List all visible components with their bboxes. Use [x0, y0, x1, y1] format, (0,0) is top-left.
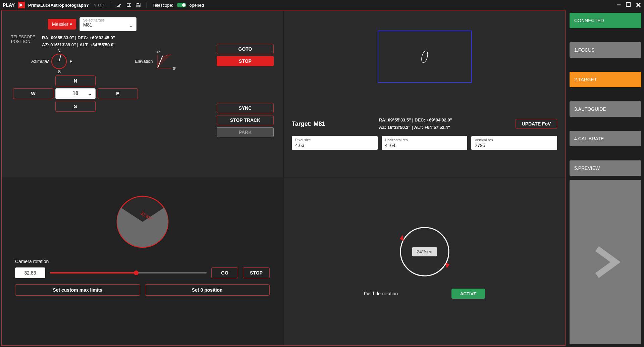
sidebar-item-focus[interactable]: 1.FOCUS	[570, 42, 641, 58]
play-label: PLAY	[3, 2, 15, 8]
pixel-size-field[interactable]: Pixel size 4.63	[292, 136, 378, 150]
rotation-panel: 32.83° Camera rotation 32.83 GO STOP Set…	[2, 178, 283, 345]
slew-rate-select[interactable]: 10⌄	[55, 88, 96, 99]
rotation-stop-button[interactable]: STOP	[243, 267, 270, 278]
telescope-coords: RA: 09°55'33.0'' | DEC: +69°03'45.0'' AZ…	[42, 35, 115, 49]
derotation-panel: 24"/sec Field de-rotation ACTIVE	[284, 178, 565, 345]
rotation-go-button[interactable]: GO	[211, 267, 238, 278]
sidebar-item-autoguide[interactable]: 3.AUTOGUIDE	[570, 101, 641, 117]
target-name: Target: M81	[292, 120, 325, 128]
elevation-gauge: 90° 0°	[156, 53, 173, 70]
svg-marker-11	[445, 262, 449, 268]
goto-button[interactable]: GOTO	[217, 44, 274, 54]
azimuth-gauge: N S E W	[50, 53, 68, 70]
azimuth-label: Azimuth	[31, 59, 47, 64]
slew-south-button[interactable]: S	[55, 101, 96, 112]
target-coords: RA: 09°55'33.5'' | DEC: +69°04'02.0'' AZ…	[379, 116, 509, 131]
update-fov-button[interactable]: UPDATE FoV	[516, 119, 557, 129]
target-value: M81	[83, 22, 127, 28]
sidebar-next-button[interactable]	[570, 180, 641, 344]
svg-rect-2	[137, 5, 140, 7]
main-quad: Messier ▾ Select target M81 ⌄ GOTO STOP …	[1, 10, 566, 346]
slew-west-button[interactable]: W	[13, 88, 53, 99]
sidebar-item-calibrate[interactable]: 4.CALIBRATE	[570, 131, 641, 146]
sidebar-item-target[interactable]: 2.TARGET	[570, 72, 641, 87]
telescope-toggle[interactable]	[177, 3, 186, 7]
telescope-panel: Messier ▾ Select target M81 ⌄ GOTO STOP …	[2, 10, 283, 178]
stop-button[interactable]: STOP	[217, 56, 274, 66]
position-label: TELESCOPE	[11, 35, 35, 39]
elevation-label: Elevation	[135, 59, 153, 64]
svg-rect-3	[626, 2, 630, 6]
chevron-right-icon	[587, 242, 624, 282]
sidebar: CONNECTED 1.FOCUS 2.TARGET 3.AUTOGUIDE 4…	[567, 10, 644, 347]
horizontal-res-field[interactable]: Horizontal res. 4164	[382, 136, 468, 150]
target-select[interactable]: Select target M81 ⌄	[79, 17, 137, 31]
chevron-down-icon: ⌄	[88, 90, 92, 97]
fov-preview	[378, 31, 472, 83]
maximize-icon[interactable]	[626, 2, 631, 9]
target-panel: Target: M81 RA: 09°55'33.5'' | DEC: +69°…	[284, 10, 565, 178]
connected-status[interactable]: CONNECTED	[570, 13, 641, 28]
target-placeholder: Select target	[83, 18, 127, 22]
telescope-status: opened	[190, 3, 204, 8]
app-logo-icon	[18, 2, 25, 8]
rotation-input[interactable]: 32.83	[15, 267, 45, 278]
topbar: PLAY PrimaLuceAstrophotographY v 1.6.0 T…	[0, 0, 644, 10]
set-limits-button[interactable]: Set custom max limits	[15, 284, 140, 296]
derotation-label: Field de-rotation	[364, 291, 398, 296]
settings-sliders-icon[interactable]	[126, 2, 132, 8]
svg-rect-1	[137, 3, 139, 4]
derotation-speed: 24"/sec	[412, 247, 437, 256]
app-name: PrimaLuceAstrophotographY	[28, 3, 89, 8]
sidebar-item-preview[interactable]: 5.PREVIEW	[570, 160, 641, 176]
set-zero-button[interactable]: Set 0 position	[145, 284, 270, 296]
rotation-gauge: 32.83°	[116, 195, 169, 249]
rotation-slider[interactable]	[50, 272, 207, 274]
derotation-gauge: 24"/sec	[398, 225, 451, 279]
chevron-down-icon: ⌄	[128, 22, 133, 29]
svg-marker-10	[400, 235, 404, 241]
sync-button[interactable]: SYNC	[217, 103, 274, 113]
derotation-active-button[interactable]: ACTIVE	[451, 289, 485, 299]
slew-east-button[interactable]: E	[98, 88, 138, 99]
catalog-dropdown[interactable]: Messier ▾	[48, 19, 76, 30]
chevron-down-icon: ▾	[70, 21, 72, 27]
version-label: v 1.6.0	[94, 3, 105, 7]
slew-north-button[interactable]: N	[55, 76, 96, 86]
rotation-label: Camera rotation	[15, 259, 270, 264]
svg-point-7	[420, 50, 429, 63]
minimize-icon[interactable]: −	[616, 1, 621, 9]
vertical-res-field[interactable]: Vertical res. 2795	[471, 136, 557, 150]
position-label: POSITION:	[11, 39, 35, 44]
telescope-icon[interactable]	[116, 2, 122, 8]
close-icon[interactable]: ✕	[636, 1, 641, 9]
telescope-label: Telescope:	[152, 3, 173, 8]
stop-track-button[interactable]: STOP TRACK	[217, 115, 274, 125]
park-button[interactable]: PARK	[217, 127, 274, 137]
save-icon[interactable]	[135, 2, 141, 8]
